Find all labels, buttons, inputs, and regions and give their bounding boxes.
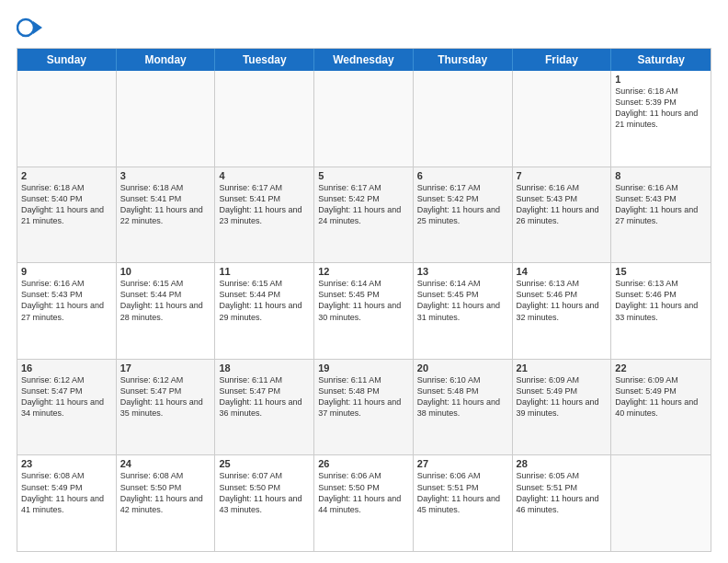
header-day-tuesday: Tuesday [215, 49, 314, 71]
day-number: 3 [120, 170, 211, 181]
header-day-saturday: Saturday [611, 49, 711, 71]
day-info: Sunrise: 6:08 AM Sunset: 5:50 PM Dayligh… [120, 470, 211, 515]
day-number: 2 [21, 170, 112, 181]
day-info: Sunrise: 6:09 AM Sunset: 5:49 PM Dayligh… [517, 374, 608, 419]
calendar-cell: 15Sunrise: 6:13 AM Sunset: 5:46 PM Dayli… [611, 263, 711, 359]
day-info: Sunrise: 6:05 AM Sunset: 5:51 PM Dayligh… [517, 470, 608, 515]
calendar-cell [215, 71, 314, 167]
calendar: SundayMondayTuesdayWednesdayThursdayFrid… [17, 48, 711, 552]
page-header [17, 15, 711, 40]
calendar-cell: 12Sunrise: 6:14 AM Sunset: 5:45 PM Dayli… [314, 263, 414, 359]
calendar-cell: 6Sunrise: 6:17 AM Sunset: 5:42 PM Daylig… [414, 167, 513, 263]
calendar-cell: 3Sunrise: 6:18 AM Sunset: 5:41 PM Daylig… [117, 167, 216, 263]
day-number: 16 [21, 362, 112, 373]
day-number: 11 [219, 266, 310, 277]
day-info: Sunrise: 6:17 AM Sunset: 5:41 PM Dayligh… [219, 182, 310, 227]
day-number: 7 [517, 170, 608, 181]
calendar-cell: 1Sunrise: 6:18 AM Sunset: 5:39 PM Daylig… [611, 71, 711, 167]
day-number: 6 [417, 170, 508, 181]
day-number: 5 [318, 170, 409, 181]
logo-icon [17, 15, 42, 40]
day-number: 20 [417, 362, 508, 373]
day-info: Sunrise: 6:14 AM Sunset: 5:45 PM Dayligh… [417, 278, 508, 323]
day-info: Sunrise: 6:15 AM Sunset: 5:44 PM Dayligh… [120, 278, 211, 323]
calendar-row-0: 1Sunrise: 6:18 AM Sunset: 5:39 PM Daylig… [17, 71, 711, 167]
day-number: 9 [21, 266, 112, 277]
day-info: Sunrise: 6:12 AM Sunset: 5:47 PM Dayligh… [21, 374, 112, 419]
day-number: 8 [615, 170, 707, 181]
svg-marker-1 [33, 21, 42, 34]
day-number: 1 [615, 74, 707, 85]
calendar-cell: 21Sunrise: 6:09 AM Sunset: 5:49 PM Dayli… [513, 360, 612, 455]
calendar-cell: 17Sunrise: 6:12 AM Sunset: 5:47 PM Dayli… [117, 360, 216, 455]
day-number: 24 [120, 458, 211, 469]
day-info: Sunrise: 6:15 AM Sunset: 5:44 PM Dayligh… [219, 278, 310, 323]
calendar-cell: 2Sunrise: 6:18 AM Sunset: 5:40 PM Daylig… [17, 167, 117, 263]
header-day-wednesday: Wednesday [314, 49, 414, 71]
day-number: 23 [21, 458, 112, 469]
header-day-thursday: Thursday [414, 49, 513, 71]
calendar-cell: 25Sunrise: 6:07 AM Sunset: 5:50 PM Dayli… [215, 455, 314, 551]
calendar-row-1: 2Sunrise: 6:18 AM Sunset: 5:40 PM Daylig… [17, 167, 711, 263]
day-info: Sunrise: 6:07 AM Sunset: 5:50 PM Dayligh… [219, 470, 310, 515]
day-info: Sunrise: 6:09 AM Sunset: 5:49 PM Dayligh… [615, 374, 707, 419]
calendar-cell: 16Sunrise: 6:12 AM Sunset: 5:47 PM Dayli… [17, 360, 117, 455]
day-number: 26 [318, 458, 409, 469]
day-number: 21 [517, 362, 608, 373]
day-info: Sunrise: 6:18 AM Sunset: 5:39 PM Dayligh… [615, 86, 707, 131]
day-info: Sunrise: 6:18 AM Sunset: 5:40 PM Dayligh… [21, 182, 112, 227]
calendar-cell: 20Sunrise: 6:10 AM Sunset: 5:48 PM Dayli… [414, 360, 513, 455]
svg-point-0 [17, 19, 34, 36]
calendar-cell: 5Sunrise: 6:17 AM Sunset: 5:42 PM Daylig… [314, 167, 414, 263]
calendar-cell [414, 71, 513, 167]
calendar-cell: 19Sunrise: 6:11 AM Sunset: 5:48 PM Dayli… [314, 360, 414, 455]
calendar-cell: 10Sunrise: 6:15 AM Sunset: 5:44 PM Dayli… [117, 263, 216, 359]
day-number: 17 [120, 362, 211, 373]
header-day-monday: Monday [117, 49, 216, 71]
day-info: Sunrise: 6:16 AM Sunset: 5:43 PM Dayligh… [21, 278, 112, 323]
header-day-friday: Friday [513, 49, 612, 71]
calendar-body: 1Sunrise: 6:18 AM Sunset: 5:39 PM Daylig… [17, 71, 711, 551]
day-info: Sunrise: 6:16 AM Sunset: 5:43 PM Dayligh… [517, 182, 608, 227]
day-info: Sunrise: 6:14 AM Sunset: 5:45 PM Dayligh… [318, 278, 409, 323]
calendar-cell [314, 71, 414, 167]
day-info: Sunrise: 6:13 AM Sunset: 5:46 PM Dayligh… [615, 278, 707, 323]
calendar-cell: 23Sunrise: 6:08 AM Sunset: 5:49 PM Dayli… [17, 455, 117, 551]
calendar-cell: 24Sunrise: 6:08 AM Sunset: 5:50 PM Dayli… [117, 455, 216, 551]
day-number: 10 [120, 266, 211, 277]
calendar-row-4: 23Sunrise: 6:08 AM Sunset: 5:49 PM Dayli… [17, 454, 711, 551]
calendar-cell: 28Sunrise: 6:05 AM Sunset: 5:51 PM Dayli… [513, 455, 612, 551]
day-info: Sunrise: 6:10 AM Sunset: 5:48 PM Dayligh… [417, 374, 508, 419]
day-number: 27 [417, 458, 508, 469]
logo [17, 15, 44, 40]
calendar-row-3: 16Sunrise: 6:12 AM Sunset: 5:47 PM Dayli… [17, 359, 711, 455]
day-info: Sunrise: 6:17 AM Sunset: 5:42 PM Dayligh… [318, 182, 409, 227]
day-number: 25 [219, 458, 310, 469]
day-number: 12 [318, 266, 409, 277]
calendar-cell [513, 71, 612, 167]
day-number: 14 [517, 266, 608, 277]
day-info: Sunrise: 6:18 AM Sunset: 5:41 PM Dayligh… [120, 182, 211, 227]
day-number: 4 [219, 170, 310, 181]
calendar-cell: 26Sunrise: 6:06 AM Sunset: 5:50 PM Dayli… [314, 455, 414, 551]
day-info: Sunrise: 6:11 AM Sunset: 5:48 PM Dayligh… [318, 374, 409, 419]
calendar-cell: 11Sunrise: 6:15 AM Sunset: 5:44 PM Dayli… [215, 263, 314, 359]
calendar-cell: 9Sunrise: 6:16 AM Sunset: 5:43 PM Daylig… [17, 263, 117, 359]
calendar-row-2: 9Sunrise: 6:16 AM Sunset: 5:43 PM Daylig… [17, 262, 711, 359]
day-info: Sunrise: 6:06 AM Sunset: 5:50 PM Dayligh… [318, 470, 409, 515]
calendar-header: SundayMondayTuesdayWednesdayThursdayFrid… [17, 49, 711, 71]
calendar-cell: 4Sunrise: 6:17 AM Sunset: 5:41 PM Daylig… [215, 167, 314, 263]
day-info: Sunrise: 6:17 AM Sunset: 5:42 PM Dayligh… [417, 182, 508, 227]
day-number: 22 [615, 362, 707, 373]
calendar-cell: 14Sunrise: 6:13 AM Sunset: 5:46 PM Dayli… [513, 263, 612, 359]
calendar-cell: 13Sunrise: 6:14 AM Sunset: 5:45 PM Dayli… [414, 263, 513, 359]
calendar-cell: 8Sunrise: 6:16 AM Sunset: 5:43 PM Daylig… [611, 167, 711, 263]
calendar-cell: 22Sunrise: 6:09 AM Sunset: 5:49 PM Dayli… [611, 360, 711, 455]
header-day-sunday: Sunday [17, 49, 117, 71]
day-number: 28 [517, 458, 608, 469]
day-info: Sunrise: 6:16 AM Sunset: 5:43 PM Dayligh… [615, 182, 707, 227]
day-info: Sunrise: 6:11 AM Sunset: 5:47 PM Dayligh… [219, 374, 310, 419]
day-info: Sunrise: 6:06 AM Sunset: 5:51 PM Dayligh… [417, 470, 508, 515]
day-number: 15 [615, 266, 707, 277]
day-number: 19 [318, 362, 409, 373]
